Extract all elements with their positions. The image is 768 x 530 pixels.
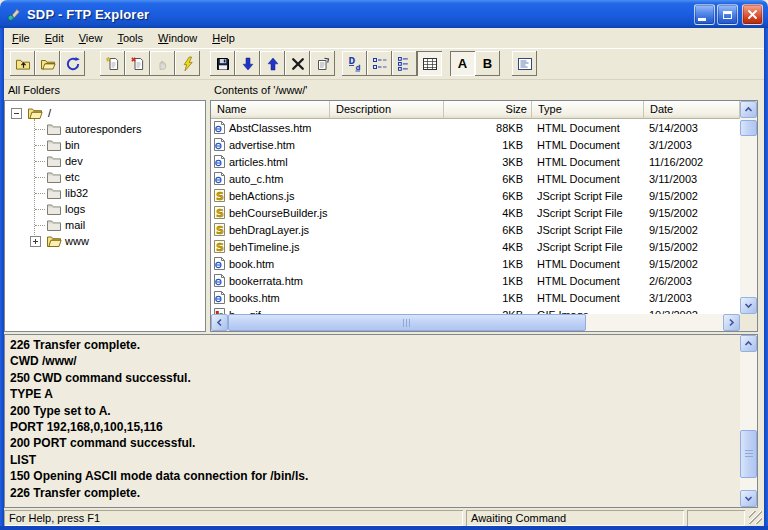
log-line: 150 Opening ASCII mode data connection f… xyxy=(10,468,736,484)
column-header-description[interactable]: Description xyxy=(330,101,444,119)
column-header-size[interactable]: Size xyxy=(444,101,532,119)
large-icons-view-button[interactable]: Dd xyxy=(342,51,367,76)
file-row[interactable]: book.htm1KBHTML Document9/15/2002 xyxy=(211,255,740,272)
horizontal-scroll-thumb[interactable] xyxy=(228,314,586,331)
up-directory-button[interactable] xyxy=(10,51,35,76)
chevron-down-icon xyxy=(743,300,754,311)
svg-text:S: S xyxy=(216,207,224,220)
delete-button[interactable] xyxy=(285,51,310,76)
file-row[interactable]: books.htm1KBHTML Document3/1/2003 xyxy=(211,289,740,306)
svg-text:S: S xyxy=(216,224,224,237)
tree-item-label: etc xyxy=(65,170,80,184)
file-row[interactable]: SbehDragLayer.js6KBJScript Script File9/… xyxy=(211,221,740,238)
folders-panel-header: All Folders xyxy=(8,84,60,98)
file-row[interactable]: SbehCourseBuilder.js4KBJScript Script Fi… xyxy=(211,204,740,221)
refresh-icon xyxy=(65,56,81,72)
file-date: 9/15/2002 xyxy=(644,190,740,202)
log-scroll-down-button[interactable] xyxy=(740,490,757,507)
maximize-button[interactable] xyxy=(717,4,738,25)
file-name: behTimeline.js xyxy=(229,241,300,253)
tree-item-label: bin xyxy=(65,138,80,152)
column-header-date[interactable]: Date xyxy=(644,101,740,119)
delete-file-button[interactable] xyxy=(125,51,150,76)
tree-item-label: autoresponders xyxy=(65,122,141,136)
new-file-button[interactable] xyxy=(100,51,125,76)
folder-icon xyxy=(46,186,62,202)
menu-window[interactable]: Window xyxy=(151,30,204,46)
list-view-button[interactable] xyxy=(392,51,417,76)
file-date: 9/15/2002 xyxy=(644,207,740,219)
column-header-type[interactable]: Type xyxy=(532,101,644,119)
tree-item-label: logs xyxy=(65,202,85,216)
file-row[interactable]: auto_c.htm6KBHTML Document3/11/2003 xyxy=(211,170,740,187)
file-row[interactable]: AbstClasses.htm88KBHTML Document5/14/200… xyxy=(211,119,740,136)
expand-toggle[interactable] xyxy=(30,236,41,247)
scroll-left-button[interactable] xyxy=(211,314,228,331)
menu-help[interactable]: Help xyxy=(205,30,242,46)
menu-file[interactable]: File xyxy=(5,30,37,46)
log-line: 226 Transfer complete. xyxy=(10,485,736,501)
download-button[interactable] xyxy=(235,51,260,76)
file-list-vertical-scrollbar[interactable] xyxy=(740,101,757,314)
log-vertical-scrollbar[interactable] xyxy=(740,335,757,507)
upload-button[interactable] xyxy=(260,51,285,76)
folder-icon xyxy=(46,138,62,154)
menu-view[interactable]: View xyxy=(72,30,110,46)
stop-transfer-button[interactable] xyxy=(150,51,175,76)
collapse-toggle[interactable] xyxy=(11,108,22,119)
file-rows: AbstClasses.htm88KBHTML Document5/14/200… xyxy=(211,119,740,314)
file-row[interactable]: advertise.htm1KBHTML Document3/1/2003 xyxy=(211,136,740,153)
ascii-mode-button[interactable]: A xyxy=(450,51,475,76)
tree-item-root[interactable]: / xyxy=(5,105,205,121)
svg-text:D: D xyxy=(348,57,355,66)
file-type: HTML Document xyxy=(532,122,644,134)
file-row[interactable]: articles.html3KBHTML Document11/16/2002 xyxy=(211,153,740,170)
resize-grip[interactable] xyxy=(749,511,762,524)
file-type: HTML Document xyxy=(532,258,644,270)
properties-button[interactable] xyxy=(310,51,335,76)
log-window-button[interactable] xyxy=(512,51,537,76)
toolbar-group-4: AB xyxy=(450,51,500,76)
gif-file-icon xyxy=(213,307,226,314)
file-row[interactable]: bookerrata.htm1KBHTML Document2/6/2003 xyxy=(211,272,740,289)
file-list-horizontal-scrollbar[interactable] xyxy=(211,314,740,331)
status-message: Awaiting Command xyxy=(466,510,684,526)
scroll-down-button[interactable] xyxy=(740,297,757,314)
folder-icon xyxy=(46,202,62,218)
file-row[interactable]: SbehActions.js6KBJScript Script File9/15… xyxy=(211,187,740,204)
open-connection-button[interactable] xyxy=(35,51,60,76)
scroll-right-button[interactable] xyxy=(723,314,740,331)
tree-item-www[interactable]: www xyxy=(5,233,205,249)
menu-tools[interactable]: Tools xyxy=(110,30,150,46)
log-scroll-thumb[interactable] xyxy=(740,430,757,478)
file-row[interactable]: SbehTimeline.js4KBJScript Script File9/1… xyxy=(211,238,740,255)
close-button[interactable] xyxy=(742,4,763,25)
save-button[interactable] xyxy=(210,51,235,76)
file-size: 1KB xyxy=(444,258,532,270)
file-name: books.htm xyxy=(229,292,280,304)
menu-edit[interactable]: Edit xyxy=(38,30,71,46)
file-list-header: Name Description Size Type Date xyxy=(211,101,740,119)
file-size: 1KB xyxy=(444,292,532,304)
file-size: 6KB xyxy=(444,224,532,236)
scroll-up-button[interactable] xyxy=(740,101,757,118)
files-panel-header: Contents of '/www/' xyxy=(214,84,307,98)
tree-item-label: mail xyxy=(65,218,85,232)
minimize-button[interactable] xyxy=(694,4,715,25)
file-date: 3/1/2003 xyxy=(644,292,740,304)
arrow-down-icon xyxy=(240,56,256,72)
binary-mode-label: B xyxy=(483,56,492,71)
column-header-name[interactable]: Name xyxy=(211,101,330,119)
quick-connect-button[interactable] xyxy=(175,51,200,76)
binary-mode-button[interactable]: B xyxy=(475,51,500,76)
log-line: LIST xyxy=(10,452,736,468)
refresh-button[interactable] xyxy=(60,51,85,76)
details-view-button[interactable] xyxy=(417,51,442,76)
log-scroll-up-button[interactable] xyxy=(740,335,757,352)
file-date: 3/11/2003 xyxy=(644,173,740,185)
vertical-scroll-thumb[interactable] xyxy=(740,120,757,136)
file-row[interactable]: b….gif2KBGIF Image10/3/2002 xyxy=(211,306,740,314)
file-size: 88KB xyxy=(444,122,532,134)
tree-item-label: www xyxy=(65,234,89,248)
small-icons-view-button[interactable] xyxy=(367,51,392,76)
